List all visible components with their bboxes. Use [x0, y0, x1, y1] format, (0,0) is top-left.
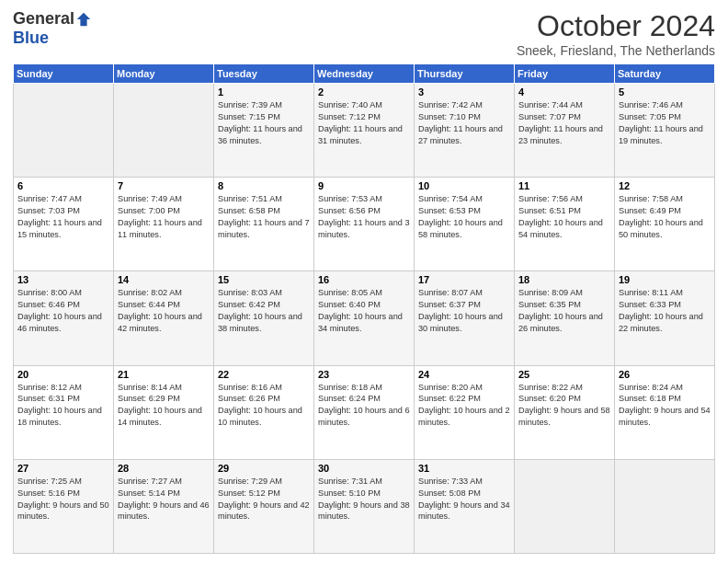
- day-info: Sunrise: 7:29 AM Sunset: 5:12 PM Dayligh…: [218, 476, 310, 523]
- logo-general: General: [13, 9, 74, 29]
- calendar-cell: 10Sunrise: 7:54 AM Sunset: 6:53 PM Dayli…: [415, 178, 515, 271]
- day-info: Sunrise: 7:54 AM Sunset: 6:53 PM Dayligh…: [418, 193, 510, 241]
- day-info: Sunrise: 7:46 AM Sunset: 7:05 PM Dayligh…: [619, 99, 711, 147]
- calendar-cell: 16Sunrise: 8:05 AM Sunset: 6:40 PM Dayli…: [314, 271, 415, 365]
- day-number: 2: [318, 86, 410, 98]
- day-number: 11: [518, 180, 610, 191]
- calendar-cell: 14Sunrise: 8:02 AM Sunset: 6:44 PM Dayli…: [114, 271, 214, 365]
- calendar-cell: 7Sunrise: 7:49 AM Sunset: 7:00 PM Daylig…: [114, 178, 214, 271]
- page: General Blue October 2024 Sneek, Friesla…: [0, 0, 728, 563]
- day-info: Sunrise: 7:40 AM Sunset: 7:12 PM Dayligh…: [318, 99, 410, 147]
- week-row-1: 6Sunrise: 7:47 AM Sunset: 7:03 PM Daylig…: [14, 178, 715, 271]
- calendar-cell: 25Sunrise: 8:22 AM Sunset: 6:20 PM Dayli…: [515, 365, 615, 459]
- day-number: 30: [318, 463, 410, 474]
- day-info: Sunrise: 7:39 AM Sunset: 7:15 PM Dayligh…: [218, 99, 310, 147]
- day-info: Sunrise: 8:20 AM Sunset: 6:22 PM Dayligh…: [418, 382, 510, 430]
- day-info: Sunrise: 7:56 AM Sunset: 6:51 PM Dayligh…: [518, 193, 610, 241]
- day-info: Sunrise: 7:53 AM Sunset: 6:56 PM Dayligh…: [318, 193, 410, 241]
- day-info: Sunrise: 7:44 AM Sunset: 7:07 PM Dayligh…: [518, 99, 610, 147]
- day-number: 10: [418, 180, 510, 191]
- weekday-header-row: SundayMondayTuesdayWednesdayThursdayFrid…: [14, 64, 715, 84]
- day-number: 5: [619, 86, 711, 98]
- day-number: 15: [218, 274, 310, 285]
- day-number: 31: [418, 463, 510, 474]
- day-info: Sunrise: 7:49 AM Sunset: 7:00 PM Dayligh…: [118, 193, 210, 241]
- calendar-cell: 13Sunrise: 8:00 AM Sunset: 6:46 PM Dayli…: [14, 271, 114, 365]
- day-info: Sunrise: 8:03 AM Sunset: 6:42 PM Dayligh…: [218, 287, 310, 335]
- calendar-cell: 2Sunrise: 7:40 AM Sunset: 7:12 PM Daylig…: [314, 84, 415, 178]
- week-row-4: 27Sunrise: 7:25 AM Sunset: 5:16 PM Dayli…: [14, 459, 715, 553]
- weekday-tuesday: Tuesday: [214, 64, 314, 84]
- calendar-cell: 28Sunrise: 7:27 AM Sunset: 5:14 PM Dayli…: [114, 459, 214, 553]
- day-info: Sunrise: 8:11 AM Sunset: 6:33 PM Dayligh…: [619, 287, 711, 335]
- day-info: Sunrise: 8:12 AM Sunset: 6:31 PM Dayligh…: [17, 382, 109, 430]
- day-number: 3: [418, 86, 510, 98]
- day-info: Sunrise: 7:47 AM Sunset: 7:03 PM Dayligh…: [17, 193, 109, 241]
- calendar-cell: 24Sunrise: 8:20 AM Sunset: 6:22 PM Dayli…: [415, 365, 515, 459]
- day-info: Sunrise: 8:22 AM Sunset: 6:20 PM Dayligh…: [518, 382, 610, 430]
- weekday-saturday: Saturday: [615, 64, 715, 84]
- calendar-cell: 26Sunrise: 8:24 AM Sunset: 6:18 PM Dayli…: [615, 365, 715, 459]
- calendar-cell: 5Sunrise: 7:46 AM Sunset: 7:05 PM Daylig…: [615, 84, 715, 178]
- weekday-thursday: Thursday: [415, 64, 515, 84]
- calendar-cell: 18Sunrise: 8:09 AM Sunset: 6:35 PM Dayli…: [515, 271, 615, 365]
- weekday-monday: Monday: [114, 64, 214, 84]
- title-section: October 2024 Sneek, Friesland, The Nethe…: [517, 9, 715, 58]
- calendar-cell: 15Sunrise: 8:03 AM Sunset: 6:42 PM Dayli…: [214, 271, 314, 365]
- calendar-table: SundayMondayTuesdayWednesdayThursdayFrid…: [13, 63, 715, 554]
- subtitle: Sneek, Friesland, The Netherlands: [517, 43, 715, 58]
- day-number: 28: [118, 463, 210, 474]
- day-info: Sunrise: 8:05 AM Sunset: 6:40 PM Dayligh…: [318, 287, 410, 335]
- day-info: Sunrise: 7:33 AM Sunset: 5:08 PM Dayligh…: [418, 476, 510, 523]
- day-info: Sunrise: 8:16 AM Sunset: 6:26 PM Dayligh…: [218, 382, 310, 430]
- day-number: 12: [619, 180, 711, 191]
- logo: General Blue: [13, 9, 92, 48]
- day-number: 7: [118, 180, 210, 191]
- day-number: 4: [518, 86, 610, 98]
- calendar-cell: 21Sunrise: 8:14 AM Sunset: 6:29 PM Dayli…: [114, 365, 214, 459]
- day-info: Sunrise: 7:25 AM Sunset: 5:16 PM Dayligh…: [17, 476, 109, 523]
- day-number: 20: [17, 369, 109, 380]
- day-number: 26: [619, 369, 711, 380]
- day-number: 22: [218, 369, 310, 380]
- calendar-cell: 23Sunrise: 8:18 AM Sunset: 6:24 PM Dayli…: [314, 365, 415, 459]
- calendar-cell: 17Sunrise: 8:07 AM Sunset: 6:37 PM Dayli…: [415, 271, 515, 365]
- calendar-cell: 11Sunrise: 7:56 AM Sunset: 6:51 PM Dayli…: [515, 178, 615, 271]
- day-info: Sunrise: 7:58 AM Sunset: 6:49 PM Dayligh…: [619, 193, 711, 241]
- week-row-3: 20Sunrise: 8:12 AM Sunset: 6:31 PM Dayli…: [14, 365, 715, 459]
- calendar-cell: 30Sunrise: 7:31 AM Sunset: 5:10 PM Dayli…: [314, 459, 415, 553]
- day-info: Sunrise: 8:07 AM Sunset: 6:37 PM Dayligh…: [418, 287, 510, 335]
- calendar-cell: 9Sunrise: 7:53 AM Sunset: 6:56 PM Daylig…: [314, 178, 415, 271]
- day-info: Sunrise: 7:42 AM Sunset: 7:10 PM Dayligh…: [418, 99, 510, 147]
- day-number: 19: [619, 274, 711, 285]
- calendar-cell: 1Sunrise: 7:39 AM Sunset: 7:15 PM Daylig…: [214, 84, 314, 178]
- day-number: 8: [218, 180, 310, 191]
- day-number: 23: [318, 369, 410, 380]
- day-number: 16: [318, 274, 410, 285]
- day-number: 24: [418, 369, 510, 380]
- day-info: Sunrise: 8:18 AM Sunset: 6:24 PM Dayligh…: [318, 382, 410, 430]
- day-number: 17: [418, 274, 510, 285]
- day-info: Sunrise: 8:00 AM Sunset: 6:46 PM Dayligh…: [17, 287, 109, 335]
- calendar-cell: 31Sunrise: 7:33 AM Sunset: 5:08 PM Dayli…: [415, 459, 515, 553]
- weekday-sunday: Sunday: [14, 64, 114, 84]
- weekday-friday: Friday: [515, 64, 615, 84]
- day-info: Sunrise: 7:31 AM Sunset: 5:10 PM Dayligh…: [318, 476, 410, 523]
- day-info: Sunrise: 7:51 AM Sunset: 6:58 PM Dayligh…: [218, 193, 310, 241]
- calendar-cell: [615, 459, 715, 553]
- day-number: 6: [17, 180, 109, 191]
- day-number: 13: [17, 274, 109, 285]
- day-number: 29: [218, 463, 310, 474]
- day-number: 9: [318, 180, 410, 191]
- day-info: Sunrise: 8:24 AM Sunset: 6:18 PM Dayligh…: [619, 382, 711, 430]
- day-number: 18: [518, 274, 610, 285]
- day-info: Sunrise: 8:02 AM Sunset: 6:44 PM Dayligh…: [118, 287, 210, 335]
- svg-marker-0: [77, 12, 90, 25]
- week-row-0: 1Sunrise: 7:39 AM Sunset: 7:15 PM Daylig…: [14, 84, 715, 178]
- calendar-cell: 6Sunrise: 7:47 AM Sunset: 7:03 PM Daylig…: [14, 178, 114, 271]
- header: General Blue October 2024 Sneek, Friesla…: [13, 9, 715, 58]
- calendar-cell: 3Sunrise: 7:42 AM Sunset: 7:10 PM Daylig…: [415, 84, 515, 178]
- calendar-cell: [114, 84, 214, 178]
- calendar-cell: 29Sunrise: 7:29 AM Sunset: 5:12 PM Dayli…: [214, 459, 314, 553]
- calendar-cell: [14, 84, 114, 178]
